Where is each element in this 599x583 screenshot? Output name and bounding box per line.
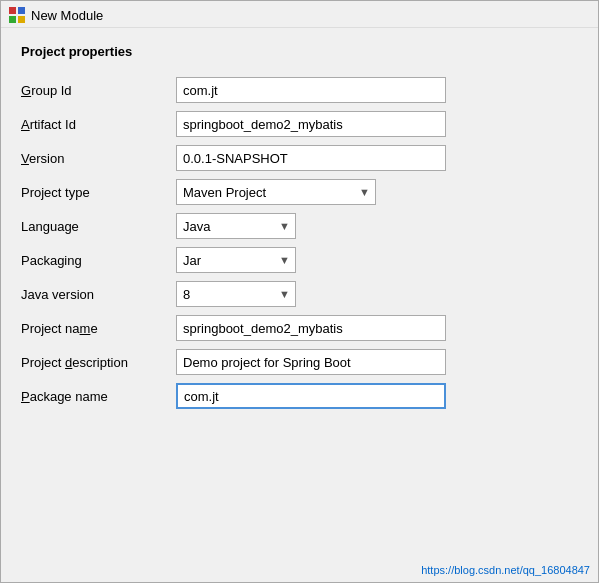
properties-table: Group Id Artifact Id <box>21 73 578 413</box>
project-type-wrapper: Maven Project Gradle Project ▼ <box>176 179 376 205</box>
watermark: https://blog.csdn.net/qq_16804847 <box>1 560 598 582</box>
group-id-cell <box>176 73 578 107</box>
project-name-row: Project name <box>21 311 578 345</box>
package-name-cell <box>176 379 578 413</box>
packaging-cell: Jar War ▼ <box>176 243 578 277</box>
project-type-row: Project type Maven Project Gradle Projec… <box>21 175 578 209</box>
language-select[interactable]: Java Kotlin Groovy <box>176 213 296 239</box>
language-cell: Java Kotlin Groovy ▼ <box>176 209 578 243</box>
svg-rect-2 <box>9 16 16 23</box>
dialog-title: New Module <box>31 8 103 23</box>
packaging-row: Packaging Jar War ▼ <box>21 243 578 277</box>
version-label: Version <box>21 141 176 175</box>
svg-rect-1 <box>18 7 25 14</box>
group-id-input[interactable] <box>176 77 446 103</box>
dialog-icon <box>9 7 25 23</box>
artifact-id-input[interactable] <box>176 111 446 137</box>
project-desc-input[interactable] <box>176 349 446 375</box>
group-id-row: Group Id <box>21 73 578 107</box>
package-name-label: Package name <box>21 379 176 413</box>
language-label: Language <box>21 209 176 243</box>
artifact-id-cell <box>176 107 578 141</box>
java-version-select[interactable]: 8 11 17 <box>176 281 296 307</box>
package-name-input[interactable] <box>176 383 446 409</box>
svg-rect-3 <box>18 16 25 23</box>
group-id-label: Group Id <box>21 73 176 107</box>
version-input[interactable] <box>176 145 446 171</box>
artifact-id-row: Artifact Id <box>21 107 578 141</box>
new-module-dialog: New Module Project properties Group Id <box>0 0 599 583</box>
java-version-wrapper: 8 11 17 ▼ <box>176 281 296 307</box>
artifact-id-label: Artifact Id <box>21 107 176 141</box>
package-name-row: Package name <box>21 379 578 413</box>
form-content: Project properties Group Id Artifact Id <box>1 28 598 560</box>
version-cell <box>176 141 578 175</box>
java-version-cell: 8 11 17 ▼ <box>176 277 578 311</box>
packaging-select[interactable]: Jar War <box>176 247 296 273</box>
project-name-cell <box>176 311 578 345</box>
project-type-select[interactable]: Maven Project Gradle Project <box>176 179 376 205</box>
project-desc-label: Project description <box>21 345 176 379</box>
section-heading: Project properties <box>21 44 578 59</box>
project-type-cell: Maven Project Gradle Project ▼ <box>176 175 578 209</box>
language-row: Language Java Kotlin Groovy ▼ <box>21 209 578 243</box>
java-version-row: Java version 8 11 17 ▼ <box>21 277 578 311</box>
project-name-input[interactable] <box>176 315 446 341</box>
language-wrapper: Java Kotlin Groovy ▼ <box>176 213 296 239</box>
title-bar: New Module <box>1 1 598 28</box>
svg-rect-0 <box>9 7 16 14</box>
version-row: Version <box>21 141 578 175</box>
packaging-wrapper: Jar War ▼ <box>176 247 296 273</box>
project-desc-cell <box>176 345 578 379</box>
java-version-label: Java version <box>21 277 176 311</box>
project-type-label: Project type <box>21 175 176 209</box>
project-name-label: Project name <box>21 311 176 345</box>
project-desc-row: Project description <box>21 345 578 379</box>
packaging-label: Packaging <box>21 243 176 277</box>
